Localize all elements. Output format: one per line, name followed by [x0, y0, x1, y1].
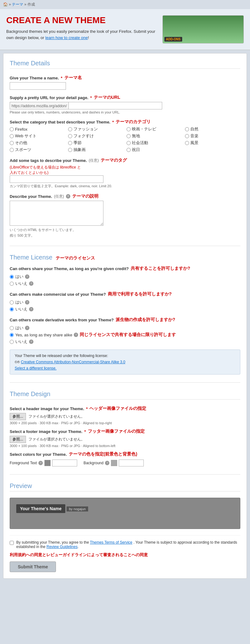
- tos-checkbox[interactable]: [10, 541, 14, 545]
- bg-color-input[interactable]: [119, 460, 144, 466]
- submit-button[interactable]: Submit Theme: [10, 561, 56, 572]
- design-section: Select a header image for your Theme. * …: [10, 406, 240, 466]
- category-season: 季節: [68, 140, 123, 146]
- url-prefix: https://addons.mozilla.org/addon/: [10, 102, 68, 109]
- desc-html-hint: いくつかの HTML をサポートしています。: [10, 228, 240, 232]
- category-nature: 自然: [185, 126, 240, 132]
- derivative-no-radio[interactable]: [10, 340, 14, 344]
- main-form: Theme Details Give your Theme a name. * …: [3, 53, 247, 579]
- bg-label: Background: [83, 461, 103, 465]
- url-hint: Please use only letters, numbers, unders…: [10, 110, 240, 114]
- share-yes-help[interactable]: ?: [25, 274, 29, 279]
- theme-name-input[interactable]: [10, 82, 66, 90]
- license-name-link[interactable]: Creative Commons Attribution-NonCommerci…: [21, 360, 125, 364]
- commercial-yes-radio[interactable]: [10, 300, 14, 304]
- hero-description: Background themes let you easily persona…: [6, 28, 156, 41]
- license-box: Your Theme will be released under the fo…: [10, 350, 240, 375]
- bg-help-icon[interactable]: ?: [105, 461, 109, 465]
- commercial-field: Can others make commercial use of your T…: [10, 291, 240, 312]
- fg-label: Foreground Text: [10, 461, 37, 465]
- theme-breadcrumb-link[interactable]: テーマ: [12, 2, 23, 7]
- tags-hint: カンマ区切りで最低 2 文字。Example: dark, cinema, no…: [10, 184, 240, 189]
- derivative-yes-help[interactable]: ?: [25, 326, 29, 330]
- category-nature-radio[interactable]: [185, 127, 189, 131]
- category-firefox-radio[interactable]: [10, 127, 14, 131]
- hero-image-inner: ADD-ONS: [163, 16, 243, 43]
- theme-details-title: Theme Details: [10, 60, 240, 69]
- url-input-group: https://addons.mozilla.org/addon/: [10, 102, 240, 109]
- desc-label: Describe your Theme. (任意) ? テーマの説明: [10, 194, 240, 199]
- category-fashion: ファッション: [68, 126, 123, 132]
- category-solid: 無地: [127, 133, 182, 139]
- category-holiday-radio[interactable]: [127, 148, 131, 152]
- preview-section: Your Theme's Name by nogajun: [10, 498, 240, 529]
- bg-swatch[interactable]: [111, 460, 117, 466]
- theme-url-input[interactable]: [68, 102, 162, 109]
- share-yes-radio[interactable]: [10, 275, 14, 279]
- category-solid-radio[interactable]: [127, 134, 131, 138]
- category-social-radio[interactable]: [127, 141, 131, 145]
- derivative-sharealike-radio[interactable]: [10, 333, 14, 337]
- category-holiday: 祝日: [127, 147, 182, 153]
- header-image-label: Select a header image for your Theme. * …: [10, 406, 240, 411]
- fg-swatch[interactable]: [44, 460, 51, 466]
- derivative-yes-radio[interactable]: [10, 326, 14, 330]
- category-season-radio[interactable]: [68, 141, 72, 145]
- tags-input[interactable]: [10, 175, 103, 183]
- footer-browse-btn[interactable]: 参照...: [10, 436, 26, 443]
- license-box-title: Your Theme will be released under the fo…: [15, 354, 235, 358]
- category-abstract-radio[interactable]: [68, 148, 72, 152]
- footer-file-placeholder: ファイルが選択されていません。: [28, 437, 85, 442]
- theme-url-field: Supply a pretty URL for your detail page…: [10, 95, 240, 114]
- commercial-no-radio[interactable]: [10, 307, 14, 311]
- commercial-yes-help[interactable]: ?: [25, 300, 29, 304]
- category-scenery-radio[interactable]: [185, 141, 189, 145]
- category-music: 音楽: [185, 133, 240, 139]
- header-browse-btn[interactable]: 参照...: [10, 413, 26, 420]
- category-movies-radio[interactable]: [127, 127, 131, 131]
- category-music-radio[interactable]: [185, 134, 189, 138]
- commercial-no-help[interactable]: ?: [29, 307, 33, 311]
- hero-title: CREATE A NEW THEME: [6, 15, 156, 25]
- derivative-question: Can others create derivative works from …: [10, 317, 240, 323]
- category-other-radio[interactable]: [10, 141, 14, 145]
- category-web-radio[interactable]: [10, 134, 14, 138]
- desc-help-icon[interactable]: ?: [66, 194, 70, 199]
- header-hint: 3000 × 200 pixels · 300 KB max · PNG or …: [10, 421, 240, 425]
- category-social: 社会活動: [127, 140, 182, 146]
- derivative-sharealike-row: Yes, as long as they share alike ? 同じライセ…: [10, 332, 240, 338]
- create-link[interactable]: learn how to create one: [45, 35, 88, 40]
- license-change-link[interactable]: Select a different license.: [15, 366, 57, 370]
- derivative-sharealike-help[interactable]: ?: [74, 333, 78, 337]
- fg-help-icon[interactable]: ?: [38, 461, 43, 465]
- share-no-help[interactable]: ?: [29, 281, 33, 286]
- derivative-no-help[interactable]: ?: [29, 340, 33, 344]
- description-input[interactable]: [10, 201, 103, 226]
- share-field: Can others share your Theme, as long as …: [10, 266, 240, 286]
- breadcrumb: 🏠 » テーマ » 作成: [0, 0, 250, 9]
- category-sports-radio[interactable]: [10, 148, 14, 152]
- review-guidelines-link[interactable]: Review Guidelines: [47, 545, 78, 549]
- home-icon[interactable]: 🏠: [3, 2, 8, 7]
- desc-chars-hint: 残り 500 文字。: [10, 233, 240, 238]
- fg-color-input[interactable]: [52, 460, 77, 466]
- tags-field: Add some tags to describe your Theme. (任…: [10, 158, 240, 189]
- preview-by-line: by nogajun: [67, 506, 88, 511]
- separator2: »: [24, 2, 27, 7]
- license-section-header: Theme License テーマのライセンス: [10, 254, 240, 263]
- tos-jp: 利用規約への同意とレビューガイドラインによって審査されることへの同意: [10, 552, 240, 558]
- hero-section: CREATE A NEW THEME Background themes let…: [0, 9, 250, 50]
- preview-box: Your Theme's Name by nogajun: [10, 498, 240, 529]
- footer-file-row: 参照... ファイルが選択されていません。: [10, 436, 240, 443]
- addon-badge: ADD-ONS: [164, 37, 182, 42]
- category-web: Web サイト: [10, 133, 65, 139]
- category-fashion-radio[interactable]: [68, 127, 72, 131]
- colors-field: Select colors for your Theme. テーマの色を指定(前…: [10, 451, 240, 466]
- description-field: Describe your Theme. (任意) ? テーマの説明 いくつかの…: [10, 194, 240, 238]
- category-fox-radio[interactable]: [68, 134, 72, 138]
- tos-link[interactable]: Themes Terms of Service: [90, 540, 132, 545]
- category-empty: [185, 147, 240, 153]
- share-no-radio[interactable]: [10, 282, 14, 286]
- commercial-question: Can others make commercial use of your T…: [10, 291, 240, 297]
- category-movies: 映画・テレビ: [127, 126, 182, 132]
